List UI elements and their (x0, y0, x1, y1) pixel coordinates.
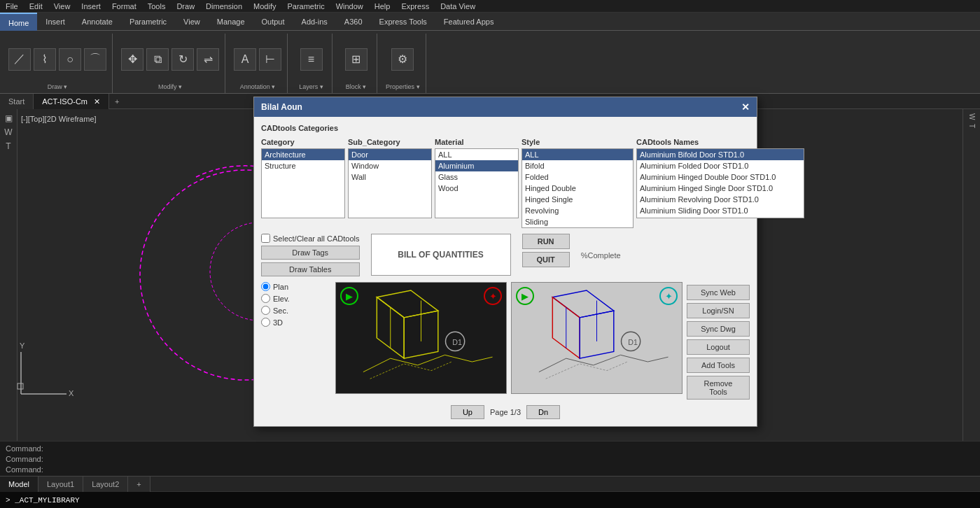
mat-item-glass[interactable]: Glass (435, 171, 518, 183)
ribbon-group-properties-label: Properties ▾ (386, 83, 420, 92)
menu-tools[interactable]: Tools (142, 2, 172, 10)
style-item-bifold[interactable]: Bifold (522, 160, 633, 171)
cadtools-item-5[interactable]: Aluminium Sliding Door STD1.0 (637, 205, 804, 216)
copy-icon[interactable]: ⧉ (146, 48, 169, 71)
menu-draw[interactable]: Draw (171, 2, 200, 10)
tab-add-layout[interactable]: + (128, 477, 150, 492)
cadtools-item-2[interactable]: Aluminium Hinged Double Door STD1.0 (637, 171, 804, 183)
polyline-icon[interactable]: ⌇ (34, 48, 56, 71)
remove-tools-button[interactable]: Remove Tools (687, 376, 750, 400)
tab-featured-apps[interactable]: Featured Apps (435, 13, 503, 31)
menu-format[interactable]: Format (106, 2, 142, 10)
doc-tab-close-icon[interactable]: ✕ (94, 97, 100, 106)
tab-home[interactable]: Home (0, 13, 37, 31)
radio-3d-input[interactable] (261, 318, 270, 327)
menu-insert[interactable]: Insert (76, 2, 106, 10)
svg-text:Y: Y (20, 341, 25, 350)
style-item-folded[interactable]: Folded (522, 171, 633, 183)
tab-model[interactable]: Model (0, 477, 38, 492)
menu-modify[interactable]: Modify (248, 2, 281, 10)
circle-icon[interactable]: ○ (59, 48, 81, 71)
tab-manage[interactable]: Manage (209, 13, 253, 31)
style-item-hinged-double[interactable]: Hinged Double (522, 183, 633, 194)
style-item-sliding[interactable]: Sliding (522, 216, 633, 227)
text-icon[interactable]: A (234, 48, 256, 71)
menu-help[interactable]: Help (369, 2, 396, 10)
menu-view[interactable]: View (48, 2, 76, 10)
layers-icon[interactable]: ≡ (300, 48, 323, 71)
menu-dimension[interactable]: Dimension (200, 2, 248, 10)
run-button[interactable]: RUN (522, 234, 570, 249)
tab-insert[interactable]: Insert (37, 13, 74, 31)
command-input[interactable] (6, 496, 974, 505)
style-item-all[interactable]: ALL (522, 149, 633, 160)
rotate-icon[interactable]: ↻ (172, 48, 194, 71)
play-button-light[interactable]: ▶ (516, 287, 534, 305)
line-icon[interactable]: ／ (8, 48, 31, 71)
subcat-item-window[interactable]: Window (349, 160, 431, 171)
select-clear-checkbox[interactable] (261, 234, 270, 243)
logout-button[interactable]: Logout (687, 339, 750, 355)
quit-button[interactable]: QUIT (522, 252, 570, 267)
tab-add-ins[interactable]: Add-ins (293, 13, 336, 31)
radio-elev-input[interactable] (261, 294, 270, 303)
sync-dwg-button[interactable]: Sync Dwg (687, 321, 750, 337)
menu-data-view[interactable]: Data View (435, 2, 481, 10)
modal-close-button[interactable]: ✕ (741, 101, 750, 113)
tab-express-tools[interactable]: Express Tools (371, 13, 435, 31)
arc-icon[interactable]: ⌒ (84, 48, 106, 71)
mat-item-all[interactable]: ALL (435, 149, 518, 160)
doc-tab-add[interactable]: + (109, 97, 125, 106)
subcategory-list: Door Window Wall (348, 148, 432, 218)
menu-window[interactable]: Window (330, 2, 369, 10)
mirror-icon[interactable]: ⇌ (197, 48, 219, 71)
menu-parametric[interactable]: Parametric (281, 2, 330, 10)
play-button-dark[interactable]: ▶ (340, 287, 358, 305)
login-sn-button[interactable]: Login/SN (687, 303, 750, 318)
draw-tables-button[interactable]: Draw Tables (261, 262, 360, 276)
cadtools-item-3[interactable]: Aluminium Hinged Single Door STD1.0 (637, 183, 804, 194)
tab-view[interactable]: View (175, 13, 209, 31)
add-tools-button[interactable]: Add Tools (687, 358, 750, 373)
subcat-item-wall[interactable]: Wall (349, 171, 431, 183)
mat-item-aluminium[interactable]: Aluminium (435, 160, 518, 171)
up-button[interactable]: Up (451, 405, 484, 419)
properties-icon[interactable]: ⚙ (391, 48, 414, 71)
doc-tab-act[interactable]: ACT-ISO-Cm ✕ (34, 94, 109, 109)
category-list: Architecture Structure (261, 148, 345, 218)
subcategory-header: Sub_Category (348, 138, 432, 146)
menu-edit[interactable]: Edit (24, 2, 48, 10)
ribbon-group-modify: ✥ ⧉ ↻ ⇌ Modify ▾ (115, 34, 225, 93)
draw-tags-button[interactable]: Draw Tags (261, 246, 360, 260)
cat-item-architecture[interactable]: Architecture (262, 149, 344, 160)
tab-annotate[interactable]: Annotate (74, 13, 121, 31)
menu-express[interactable]: Express (396, 2, 435, 10)
menu-file[interactable]: File (0, 2, 24, 10)
sync-web-button[interactable]: Sync Web (687, 285, 750, 300)
select-clear-row: Select/Clear all CADtools (261, 234, 360, 243)
cadtools-item-4[interactable]: Aluminium Revolving Door STD1.0 (637, 194, 804, 205)
cat-item-structure[interactable]: Structure (262, 160, 344, 171)
radio-sec-input[interactable] (261, 306, 270, 315)
tab-a360[interactable]: A360 (336, 13, 371, 31)
ribbon-group-annotation: A ⊢ Annotation ▾ (228, 34, 288, 93)
star-button-light[interactable]: ✦ (659, 287, 678, 305)
dimension-icon[interactable]: ⊢ (259, 48, 281, 71)
cadtools-item-0[interactable]: Aluminium Bifold Door STD1.0 (637, 149, 804, 160)
dn-button[interactable]: Dn (526, 405, 560, 419)
mat-item-wood[interactable]: Wood (435, 183, 518, 194)
style-item-hinged-single[interactable]: Hinged Single (522, 194, 633, 205)
insert-icon[interactable]: ⊞ (345, 48, 368, 71)
cat-table-area: Category Architecture Structure Sub_Cate… (261, 138, 750, 228)
tab-parametric[interactable]: Parametric (121, 13, 175, 31)
subcat-item-door[interactable]: Door (349, 149, 431, 160)
tab-layout1[interactable]: Layout1 (38, 477, 83, 492)
star-button-dark[interactable]: ✦ (484, 287, 502, 305)
tab-output[interactable]: Output (253, 13, 293, 31)
tab-layout2[interactable]: Layout2 (83, 477, 128, 492)
style-item-revolving[interactable]: Revolving (522, 205, 633, 216)
radio-plan-input[interactable] (261, 282, 270, 291)
cadtools-item-1[interactable]: Aluminium Folded Door STD1.0 (637, 160, 804, 171)
move-icon[interactable]: ✥ (121, 48, 144, 71)
doc-tab-start[interactable]: Start (0, 94, 34, 109)
